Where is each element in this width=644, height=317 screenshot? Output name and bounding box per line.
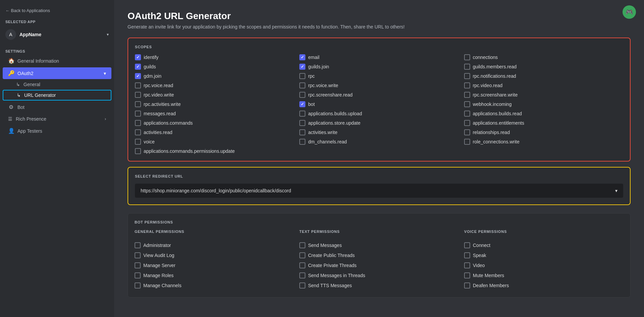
scope-dm-channels-read[interactable]: dm_channels.read: [299, 139, 458, 145]
scope-relationships-read[interactable]: relationships.read: [464, 129, 623, 135]
scope-rpc-screenshare-read-checkbox[interactable]: [299, 92, 305, 98]
redirect-url-dropdown[interactable]: https://shop.miniorange.com/discord_logi…: [135, 184, 623, 198]
perm-deafen-members-checkbox[interactable]: [464, 282, 470, 289]
scope-webhook-incoming[interactable]: webhook.incoming: [464, 101, 623, 107]
scope-applications-store-update[interactable]: applications.store.update: [299, 120, 458, 126]
scope-activities-read[interactable]: activities.read: [135, 129, 294, 135]
perm-video[interactable]: Video: [464, 260, 624, 270]
scope-gdm-join-checkbox[interactable]: [135, 73, 141, 79]
perm-send-messages[interactable]: Send Messages: [299, 240, 459, 250]
perm-manage-server[interactable]: Manage Server: [135, 260, 294, 270]
perm-send-tts-messages-checkbox[interactable]: [299, 282, 305, 289]
perm-create-public-threads[interactable]: Create Public Threads: [299, 250, 459, 260]
scope-applications-entitlements[interactable]: applications.entitlements: [464, 120, 623, 126]
scope-activities-write-checkbox[interactable]: [299, 129, 305, 135]
scope-applications-builds-upload[interactable]: applications.builds.upload: [299, 111, 458, 117]
sidebar-item-oauth2[interactable]: 🔑 OAuth2 ▾: [3, 67, 111, 79]
perm-manage-roles[interactable]: Manage Roles: [135, 270, 294, 280]
perm-create-private-threads-checkbox[interactable]: [299, 262, 305, 268]
scope-rpc-video-read[interactable]: rpc.video.read: [464, 82, 623, 88]
scope-bot-checkbox[interactable]: [299, 101, 305, 107]
scope-guilds-join[interactable]: guilds.join: [299, 64, 458, 70]
perm-view-audit-log[interactable]: View Audit Log: [135, 250, 294, 260]
scope-activities-read-checkbox[interactable]: [135, 129, 141, 135]
perm-administrator-checkbox[interactable]: [135, 242, 141, 248]
scope-rpc-voice-write-checkbox[interactable]: [299, 82, 305, 88]
perm-mute-members[interactable]: Mute Members: [464, 270, 624, 280]
scope-rpc-video-write-checkbox[interactable]: [135, 92, 141, 98]
perm-manage-roles-checkbox[interactable]: [135, 272, 141, 278]
scope-applications-store-update-checkbox[interactable]: [299, 120, 305, 126]
perm-connect[interactable]: Connect: [464, 240, 624, 250]
app-selector[interactable]: A AppName ▾: [0, 26, 114, 43]
scope-identify-checkbox[interactable]: [135, 54, 141, 60]
perm-manage-channels-checkbox[interactable]: [135, 282, 141, 289]
scope-bot[interactable]: bot: [299, 101, 458, 107]
perm-deafen-members[interactable]: Deafen Members: [464, 280, 624, 291]
scope-dm-channels-read-checkbox[interactable]: [299, 139, 305, 145]
scope-rpc[interactable]: rpc: [299, 73, 458, 79]
perm-send-messages-in-threads-checkbox[interactable]: [299, 272, 305, 278]
scope-voice-checkbox[interactable]: [135, 139, 141, 145]
scope-connections[interactable]: connections: [464, 54, 623, 60]
perm-speak-checkbox[interactable]: [464, 252, 470, 258]
back-to-applications-link[interactable]: ← Back to Applications: [0, 5, 114, 18]
perm-view-audit-log-checkbox[interactable]: [135, 252, 141, 258]
scope-rpc-voice-write[interactable]: rpc.voice.write: [299, 82, 458, 88]
scope-applications-builds-read[interactable]: applications.builds.read: [464, 111, 623, 117]
sidebar-item-general-information[interactable]: 🏠 General Information: [3, 55, 111, 67]
scope-applications-commands-checkbox[interactable]: [135, 120, 141, 126]
scope-connections-checkbox[interactable]: [464, 54, 470, 60]
scope-messages-read[interactable]: messages.read: [135, 111, 294, 117]
scope-guilds[interactable]: guilds: [135, 64, 294, 70]
scope-rpc-notifications-read-checkbox[interactable]: [464, 73, 470, 79]
scope-rpc-video-read-checkbox[interactable]: [464, 82, 470, 88]
scope-rpc-screenshare-read[interactable]: rpc.screenshare.read: [299, 92, 458, 98]
scope-applications-commands[interactable]: applications.commands: [135, 120, 294, 126]
scope-applications-builds-read-checkbox[interactable]: [464, 111, 470, 117]
sidebar-item-url-generator[interactable]: ↳ URL Generator: [3, 90, 111, 101]
scope-role-connections-write[interactable]: role_connections.write: [464, 139, 623, 145]
scope-guilds-checkbox[interactable]: [135, 64, 141, 70]
scope-applications-builds-upload-checkbox[interactable]: [299, 111, 305, 117]
perm-send-messages-checkbox[interactable]: [299, 242, 305, 248]
scope-email[interactable]: email: [299, 54, 458, 60]
scope-applications-commands-permissions-update-checkbox[interactable]: [135, 148, 141, 154]
scope-gdm-join[interactable]: gdm.join: [135, 73, 294, 79]
scope-role-connections-write-checkbox[interactable]: [464, 139, 470, 145]
scope-activities-write[interactable]: activities.write: [299, 129, 458, 135]
sidebar-item-oauth2-general[interactable]: ↳ General: [3, 80, 111, 89]
scope-identify[interactable]: identify: [135, 54, 294, 60]
scope-rpc-checkbox[interactable]: [299, 73, 305, 79]
scope-guilds-members-read[interactable]: guilds.members.read: [464, 64, 623, 70]
scope-relationships-read-checkbox[interactable]: [464, 129, 470, 135]
scope-rpc-notifications-read[interactable]: rpc.notifications.read: [464, 73, 623, 79]
scope-rpc-activities-write-checkbox[interactable]: [135, 101, 141, 107]
perm-send-tts-messages[interactable]: Send TTS Messages: [299, 280, 459, 291]
perm-speak[interactable]: Speak: [464, 250, 624, 260]
scope-messages-read-checkbox[interactable]: [135, 111, 141, 117]
scope-applications-entitlements-checkbox[interactable]: [464, 120, 470, 126]
perm-mute-members-checkbox[interactable]: [464, 272, 470, 278]
scope-rpc-video-write[interactable]: rpc.video.write: [135, 92, 294, 98]
sidebar-item-app-testers[interactable]: 👤 App Testers: [3, 125, 111, 137]
scope-voice[interactable]: voice: [135, 139, 294, 145]
perm-connect-checkbox[interactable]: [464, 242, 470, 248]
scope-guilds-members-read-checkbox[interactable]: [464, 64, 470, 70]
perm-administrator[interactable]: Administrator: [135, 240, 294, 250]
perm-create-public-threads-checkbox[interactable]: [299, 252, 305, 258]
sidebar-item-bot[interactable]: ⚙ Bot: [3, 101, 111, 113]
scope-rpc-voice-read[interactable]: rpc.voice.read: [135, 82, 294, 88]
scope-rpc-screenshare-write-checkbox[interactable]: [464, 92, 470, 98]
perm-send-messages-in-threads[interactable]: Send Messages in Threads: [299, 270, 459, 280]
scope-email-checkbox[interactable]: [299, 54, 305, 60]
perm-manage-server-checkbox[interactable]: [135, 262, 141, 268]
sidebar-item-rich-presence[interactable]: ☰ Rich Presence ›: [3, 114, 111, 124]
scope-guilds-join-checkbox[interactable]: [299, 64, 305, 70]
perm-manage-channels[interactable]: Manage Channels: [135, 280, 294, 291]
scope-rpc-activities-write[interactable]: rpc.activities.write: [135, 101, 294, 107]
scope-rpc-screenshare-write[interactable]: rpc.screenshare.write: [464, 92, 623, 98]
perm-create-private-threads[interactable]: Create Private Threads: [299, 260, 459, 270]
perm-video-checkbox[interactable]: [464, 262, 470, 268]
scope-rpc-voice-read-checkbox[interactable]: [135, 82, 141, 88]
